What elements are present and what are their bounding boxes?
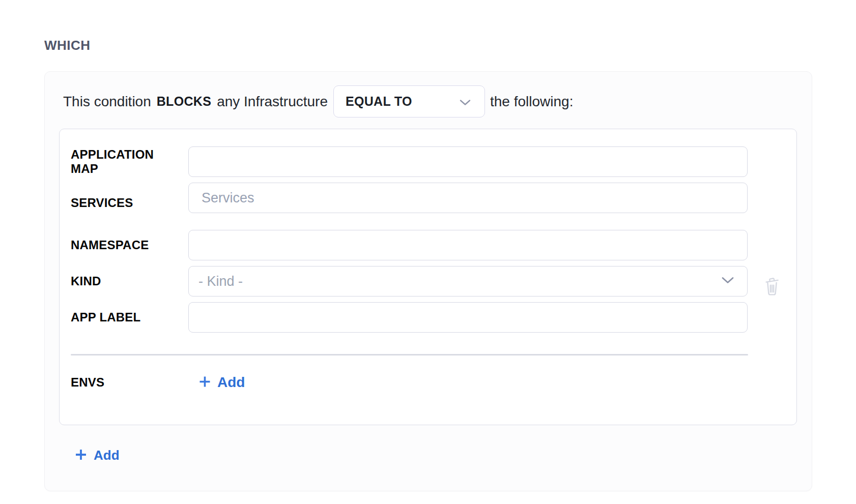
field-row-application-map: APPLICATION MAP xyxy=(71,146,748,177)
plus-icon xyxy=(198,375,211,390)
namespace-input[interactable] xyxy=(188,230,748,260)
envs-add-button[interactable]: Add xyxy=(198,374,245,391)
add-infrastructure-label: Add xyxy=(94,448,120,463)
app-label-input[interactable] xyxy=(188,302,748,333)
infrastructure-block: APPLICATION MAP SERVICES NAMESPACE KIND … xyxy=(59,129,797,425)
chevron-down-icon xyxy=(722,277,734,286)
page: WHICH This condition BLOCKS any Infrastr… xyxy=(0,0,856,504)
kind-label: KIND xyxy=(71,274,162,288)
envs-add-label: Add xyxy=(217,374,245,391)
kind-select-placeholder: - Kind - xyxy=(198,274,243,289)
application-map-input[interactable] xyxy=(188,146,748,177)
envs-label: ENVS xyxy=(71,375,162,390)
condition-verb: BLOCKS xyxy=(157,94,211,109)
field-row-envs: ENVS Add xyxy=(71,371,748,394)
trash-column xyxy=(748,146,796,425)
field-row-namespace: NAMESPACE xyxy=(71,230,748,260)
delete-block-button[interactable] xyxy=(764,276,780,296)
operator-select[interactable]: EQUAL TO xyxy=(333,85,485,117)
trash-icon xyxy=(764,290,780,298)
app-label-label: APP LABEL xyxy=(71,310,162,324)
page-title: WHICH xyxy=(44,38,91,53)
namespace-label: NAMESPACE xyxy=(71,238,162,252)
field-row-app-label: APP LABEL xyxy=(71,302,748,333)
condition-text-after-verb: any Infrastructure xyxy=(217,94,328,110)
kind-select[interactable]: - Kind - xyxy=(188,266,748,297)
condition-text-before-verb: This condition xyxy=(63,94,151,110)
application-map-label: APPLICATION MAP xyxy=(71,147,162,175)
fields-divider xyxy=(71,354,748,355)
chevron-down-icon xyxy=(460,94,471,109)
field-row-services: SERVICES xyxy=(71,183,748,213)
services-label: SERVICES xyxy=(71,196,162,210)
field-row-kind: KIND - Kind - xyxy=(71,266,748,297)
plus-icon xyxy=(74,448,88,463)
condition-text-after-operator: the following: xyxy=(490,94,573,110)
operator-select-value: EQUAL TO xyxy=(346,94,412,109)
condition-sentence: This condition BLOCKS any Infrastructure… xyxy=(63,85,796,117)
add-infrastructure-button[interactable]: Add xyxy=(74,448,120,463)
services-input[interactable] xyxy=(188,183,748,213)
fields: APPLICATION MAP SERVICES NAMESPACE KIND … xyxy=(71,146,748,425)
condition-card: This condition BLOCKS any Infrastructure… xyxy=(44,71,812,491)
